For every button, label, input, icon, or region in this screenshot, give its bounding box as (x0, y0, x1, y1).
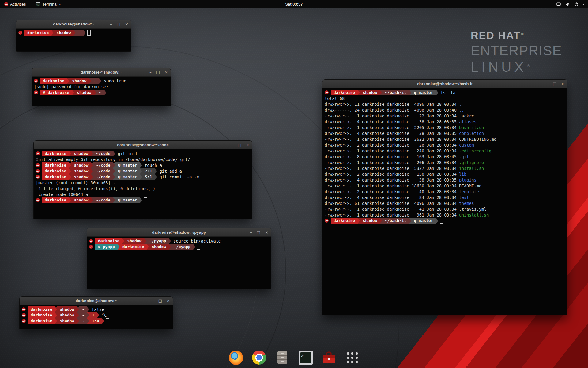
powerline-separator-icon (91, 174, 93, 180)
redhat-prompt-icon (34, 79, 38, 83)
powerline-separator-icon (69, 174, 71, 180)
terminal-text: custom (459, 143, 474, 148)
terminal-line: drwxrwxr-x. 4 darknoise darknoise 38 Jan… (325, 130, 565, 136)
terminal-text: completion (459, 131, 484, 136)
terminal-text: .ackrc (459, 113, 474, 118)
terminal-glyph: >_ (36, 3, 40, 6)
powerline-segment: shadow (71, 174, 91, 180)
terminal-line: [sudo] password for darknoise: (34, 84, 168, 90)
minimize-button[interactable]: – (152, 299, 154, 303)
terminal-content[interactable]: darknoiseshadow~ falsedarknoiseshadow~1 … (20, 305, 173, 329)
app-menu-terminal[interactable]: >_ Terminal ▾ (34, 0, 62, 8)
terminal-cursor (87, 30, 91, 36)
terminal-text: sudo true (101, 79, 126, 83)
terminal-cursor (144, 197, 147, 203)
powerline-segment: shadow (71, 197, 91, 203)
powerline-separator-icon (140, 197, 142, 203)
terminal-line: darknoiseshadow~/codeψ master (36, 197, 250, 203)
window-titlebar[interactable]: darknoise@shadow:~ – □ × (32, 68, 171, 77)
dock-terminal-icon[interactable]: >_ (297, 349, 314, 366)
terminal-content[interactable]: darknoiseshadow~/code git initInitialize… (34, 149, 252, 219)
powerline-segment: shadow (71, 162, 91, 168)
dock-toolbox-icon[interactable] (320, 349, 337, 366)
minimize-button[interactable]: – (231, 143, 233, 147)
window-controls: – □ × (546, 80, 564, 88)
maximize-button[interactable]: □ (156, 70, 160, 74)
window-titlebar[interactable]: darknoise@shadow:~/code – □ × (34, 141, 252, 149)
powerline-segment: shadow (360, 90, 380, 95)
terminal-line: -rw-rw-r--. 1 darknoise darknoise 41 Jan… (325, 206, 565, 212)
powerline-separator-icon (140, 168, 142, 174)
dock-files-icon[interactable] (274, 349, 291, 366)
close-button[interactable]: × (246, 143, 249, 147)
powerline-separator-icon (113, 197, 115, 203)
terminal-text: drwxrwxr-x. 4 darknoise darknoise 38 Jan… (325, 119, 459, 124)
powerline-separator-icon (144, 238, 146, 244)
powerline-separator-icon (140, 174, 142, 180)
maximize-button[interactable]: □ (117, 22, 120, 26)
terminal-text: test (459, 195, 469, 200)
redhat-prompt-icon (22, 319, 26, 323)
dock-show-applications-icon[interactable] (344, 349, 361, 366)
maximize-button[interactable]: □ (257, 230, 260, 234)
branding-line1: RED HAT (471, 29, 521, 41)
window-titlebar[interactable]: darknoise@shadow:~ – □ × (20, 297, 173, 305)
terminal-line: drwxrwxr-x. 8 darknoise darknoise 163 Ja… (325, 154, 565, 159)
powerline-segment: shadow (57, 306, 77, 312)
close-button[interactable]: × (561, 82, 564, 86)
powerline-segment: ψ master (411, 218, 436, 224)
terminal-text: drwxrwxr-x. 2 darknoise darknoise 150 Ja… (325, 172, 459, 177)
powerline-segment: ~/pyapp (171, 244, 193, 250)
system-status-area[interactable]: ▾ (556, 2, 588, 7)
powerline-segment: ψ master (115, 197, 140, 203)
minimize-button[interactable]: – (110, 22, 112, 26)
close-button[interactable]: × (164, 70, 168, 74)
terminal-text: [master (root-commit) 50bcb63] . (36, 180, 115, 185)
dock-firefox-icon[interactable] (227, 349, 244, 366)
minimize-button[interactable]: – (149, 70, 152, 74)
powerline-separator-icon (113, 163, 115, 168)
window-titlebar[interactable]: darknoise@shadow:~/bash-it – □ × (322, 80, 567, 88)
terminal-text: drwxrwxr-x. 2 darknoise darknoise 26 Jan… (325, 143, 459, 148)
minimize-button[interactable]: – (546, 82, 548, 86)
powerline-separator-icon (193, 244, 195, 250)
terminal-text: drwxrwxr-x. 61 darknoise darknoise 4096 … (325, 201, 459, 206)
window-controls: – □ × (110, 20, 128, 28)
powerline-separator-icon (140, 163, 142, 168)
powerline-separator-icon (99, 78, 101, 84)
terminal-line: drwxrwxr-x. 4 darknoise darknoise 84 Jan… (325, 194, 565, 200)
terminal-text: drwx------. 24 darknoise darknoise 4096 … (325, 108, 459, 113)
powerline-separator-icon (436, 90, 438, 95)
terminal-text: aliases (459, 119, 477, 124)
minimize-button[interactable]: – (250, 230, 252, 234)
maximize-button[interactable]: □ (553, 82, 556, 86)
terminal-text: drwxrwxr-x. 11 darknoise darknoise 4096 … (325, 102, 459, 107)
terminal-line: -rwxrwxr-x. 1 darknoise darknoise 240 Ja… (325, 148, 565, 154)
terminal-line: darknoiseshadow~ sudo true (34, 78, 168, 84)
maximize-button[interactable]: □ (238, 143, 241, 147)
terminal-line: darknoiseshadow~/codeψ master?:1 git add… (36, 168, 250, 174)
maximize-button[interactable]: □ (158, 299, 162, 303)
redhat-prompt-icon (36, 175, 40, 179)
terminal-content[interactable]: darknoiseshadow~/pyapp source bin/activa… (87, 237, 271, 289)
window-titlebar[interactable]: darknoise@shadow:~ – □ × (16, 20, 131, 29)
terminal-text: -rwxrwxr-x. 1 darknoise darknoise 206 Ja… (325, 160, 459, 165)
powerline-segment: shadow (71, 168, 91, 174)
clock[interactable]: Sat 03:57 (285, 2, 303, 6)
close-button[interactable]: × (167, 299, 170, 303)
dock-chrome-icon[interactable] (251, 349, 268, 366)
activities-button[interactable]: Activities (2, 0, 28, 8)
close-button[interactable]: × (125, 22, 128, 26)
powerline-segment: darknoise (120, 244, 147, 250)
terminal-line: [master (root-commit) 50bcb63] . (36, 180, 250, 186)
terminal-content[interactable]: darknoiseshadow~/bash-itψ master ls -lat… (322, 88, 567, 315)
rhel-branding: RED HAT® ENTERPRISE LINUX® (471, 29, 562, 75)
terminal-content[interactable]: darknoiseshadow~ sudo true[sudo] passwor… (32, 77, 171, 106)
powerline-segment: darknoise (95, 238, 122, 244)
terminal-line: -rw-rw-r--. 1 darknoise darknoise 3622 J… (325, 136, 565, 142)
close-button[interactable]: × (265, 230, 268, 234)
terminal-content[interactable]: darknoiseshadow~ (16, 29, 131, 51)
powerline-separator-icon (51, 30, 54, 36)
window-titlebar[interactable]: darknoise@shadow:~/pyapp – □ × (87, 228, 271, 237)
powerline-segment: ~/pyapp (146, 238, 169, 244)
